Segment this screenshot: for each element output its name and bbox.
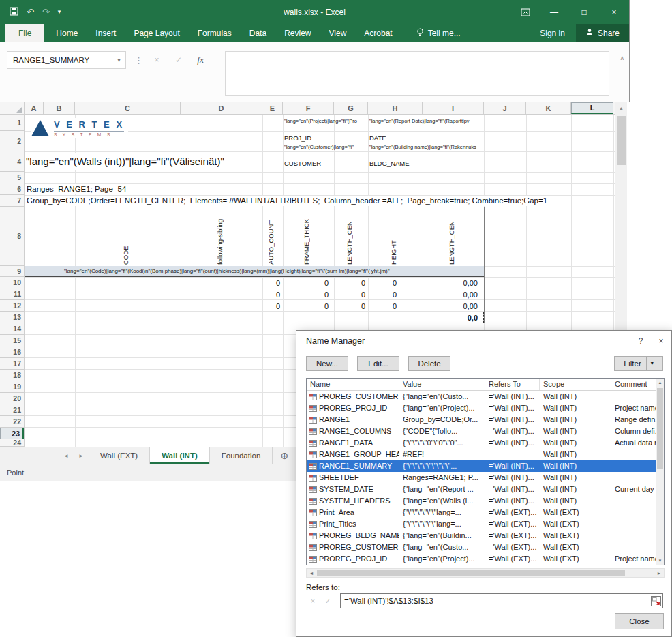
refers-to-input[interactable]: ='Wall (INT)'!$A$13:$I$13	[340, 593, 663, 608]
column-header[interactable]: B	[44, 102, 75, 114]
cell-customer[interactable]: CUSTOMER	[284, 160, 321, 168]
column-header[interactable]: I	[423, 102, 484, 114]
row-header[interactable]: 6	[0, 183, 24, 195]
sign-in-button[interactable]: Sign in	[529, 24, 576, 42]
cell-row6-definition[interactable]: Ranges=RANGE1; Page=54	[27, 184, 126, 194]
cancel-icon[interactable]: ×	[149, 51, 165, 69]
delete-button[interactable]: Delete	[408, 356, 450, 371]
row-header[interactable]: 13	[0, 312, 24, 323]
dialog-title-bar[interactable]: Name Manager ? ×	[296, 331, 671, 351]
row-header[interactable]: 20	[0, 393, 24, 404]
new-button[interactable]: New...	[306, 356, 348, 371]
tab-page-layout[interactable]: Page Layout	[125, 24, 188, 42]
ribbon-display-options-icon[interactable]	[512, 0, 539, 24]
name-manager-row[interactable]: PROREG_CUSTOMER {"lang="en"(Custo... ='W…	[307, 542, 657, 553]
refers-enter-icon[interactable]: ✓	[321, 594, 335, 608]
tab-acrobat[interactable]: Acrobat	[355, 24, 401, 42]
maximize-button[interactable]: □	[569, 0, 599, 24]
cell-value[interactable]: 0,00	[423, 278, 483, 288]
row-header[interactable]: 15	[0, 335, 24, 346]
tab-review[interactable]: Review	[275, 24, 320, 42]
cell-value[interactable]: 0	[369, 301, 421, 312]
cell-f1[interactable]: "lang="en"(Project)|lang="fi"(Pro	[284, 118, 368, 125]
row-header[interactable]: 11	[0, 288, 24, 300]
name-manager-row[interactable]: RANGE1_COLUMNS {"CODE"{"follo... ='Wall …	[307, 426, 657, 437]
rotated-header-code[interactable]: CODE	[122, 209, 133, 265]
cell-value[interactable]: 0	[369, 290, 421, 300]
sheet-tab-wall-int[interactable]: Wall (INT)	[150, 447, 210, 464]
tab-data[interactable]: Data	[241, 24, 275, 42]
rotated-header-auto-count[interactable]: AUTO_COUNT	[267, 209, 278, 265]
column-header[interactable]: F	[283, 102, 334, 114]
row-header[interactable]: 14	[0, 323, 24, 335]
tell-me-box[interactable]: Tell me...	[416, 24, 461, 42]
tab-formulas[interactable]: Formulas	[189, 24, 241, 42]
row-header[interactable]: 21	[0, 404, 24, 416]
name-manager-row[interactable]: SHEETDEF Ranges=RANGE1; P... ='Wall (INT…	[307, 472, 657, 484]
cell-h1[interactable]: "lang="en"(Report Date)|lang="fi"(Raport…	[369, 118, 484, 125]
enter-icon[interactable]: ✓	[170, 51, 187, 69]
row-header[interactable]: 1	[0, 115, 24, 131]
cell-proj-id[interactable]: PROJ_ID	[284, 134, 311, 143]
list-scroll-down-icon[interactable]: ▼	[656, 559, 664, 563]
row-header[interactable]: 19	[0, 381, 24, 393]
formula-input[interactable]	[225, 51, 609, 96]
column-header[interactable]: D	[181, 102, 262, 114]
refers-cancel-icon[interactable]: ×	[306, 594, 320, 608]
select-all-corner[interactable]	[0, 102, 25, 114]
name-manager-row[interactable]: RANGE1_DATA {"\"\"\"\"0"\"0"\"0"... ='Wa…	[307, 437, 657, 449]
hscroll-left-icon[interactable]: ◄	[307, 569, 316, 577]
sheet-nav-left-icon[interactable]: ◄	[59, 447, 74, 464]
column-header[interactable]: A	[25, 102, 44, 114]
column-header-value[interactable]: Value	[399, 379, 485, 390]
column-header[interactable]: E	[262, 102, 283, 114]
column-header[interactable]: H	[368, 102, 423, 114]
cell-value[interactable]: 0	[335, 290, 367, 300]
name-manager-row[interactable]: PROREG_CUSTOMER {"lang="en"(Custo... ='W…	[307, 391, 657, 402]
tab-view[interactable]: View	[320, 24, 356, 42]
edit-button[interactable]: Edit...	[357, 356, 399, 371]
cell-value[interactable]: 0	[263, 301, 281, 312]
minimize-button[interactable]: —	[539, 0, 569, 24]
column-header-selected[interactable]: L	[571, 102, 613, 114]
share-button[interactable]: Share	[576, 24, 629, 42]
row-header[interactable]: 22	[0, 416, 24, 428]
row-header[interactable]: 10	[0, 277, 24, 288]
insert-function-icon[interactable]: fx	[192, 51, 209, 69]
hscrollbar-thumb[interactable]	[317, 570, 625, 576]
undo-icon[interactable]: ↶	[27, 8, 34, 16]
row-header[interactable]: 16	[0, 346, 24, 358]
scroll-up-icon[interactable]: ▲	[615, 102, 627, 114]
cell-value[interactable]: 0	[284, 301, 333, 312]
rotated-header-length-cen-1[interactable]: LENGTH_CEN	[346, 209, 356, 265]
row-header[interactable]: 17	[0, 358, 24, 370]
cell-h3[interactable]: "lang="en"(Building name)|lang="fi"(Rake…	[369, 144, 484, 151]
list-vertical-scrollbar[interactable]: ▲ ▼	[656, 379, 664, 565]
cell-value[interactable]: 0	[263, 290, 281, 300]
rotated-header-length-cen-2[interactable]: LENGTH_CEN	[448, 209, 459, 265]
vertex-logo[interactable]: V E R T E X S Y S T E M S	[31, 118, 128, 138]
redo-icon[interactable]: ↷	[42, 8, 50, 16]
help-icon[interactable]: ?	[630, 331, 651, 351]
rotated-header-height[interactable]: HEIGHT	[390, 209, 401, 265]
name-manager-row[interactable]: PROREG_BLDG_NAME {"lang="en"(Buildin... …	[307, 530, 657, 542]
cell-row9-header-band[interactable]: "lang="en"(Code)|lang="fi"(Koodi)n"(Bom …	[25, 266, 484, 277]
tab-file[interactable]: File	[5, 24, 44, 42]
name-manager-row[interactable]: PROREG_PROJ_ID {"lang="en"(Project)... =…	[307, 553, 657, 565]
range-select-icon[interactable]	[651, 596, 661, 606]
save-icon[interactable]	[10, 7, 18, 17]
cell-value[interactable]: 0,00	[423, 301, 483, 312]
cell-value[interactable]: 0,00	[423, 290, 483, 300]
cell-sheet-title[interactable]: "lang="en"(Walls (int))"|lang="fi"(Välis…	[26, 153, 224, 170]
name-box-dropdown-icon[interactable]: ▾	[112, 57, 125, 63]
name-manager-row[interactable]: Print_Titles {"\"\"\"\"\"\"lang=... ='Wa…	[307, 518, 657, 530]
row-header[interactable]: 4	[0, 151, 24, 172]
hscroll-right-icon[interactable]: ►	[654, 569, 664, 577]
row-header-selected[interactable]: 23	[0, 428, 24, 439]
column-header-name[interactable]: Name	[307, 379, 399, 390]
row-header[interactable]: 24	[0, 439, 24, 447]
column-header-scope[interactable]: Scope	[540, 379, 611, 390]
dialog-close-icon[interactable]: ×	[651, 331, 671, 351]
cell-value[interactable]: 0	[284, 278, 333, 288]
row-header[interactable]: 12	[0, 300, 24, 312]
